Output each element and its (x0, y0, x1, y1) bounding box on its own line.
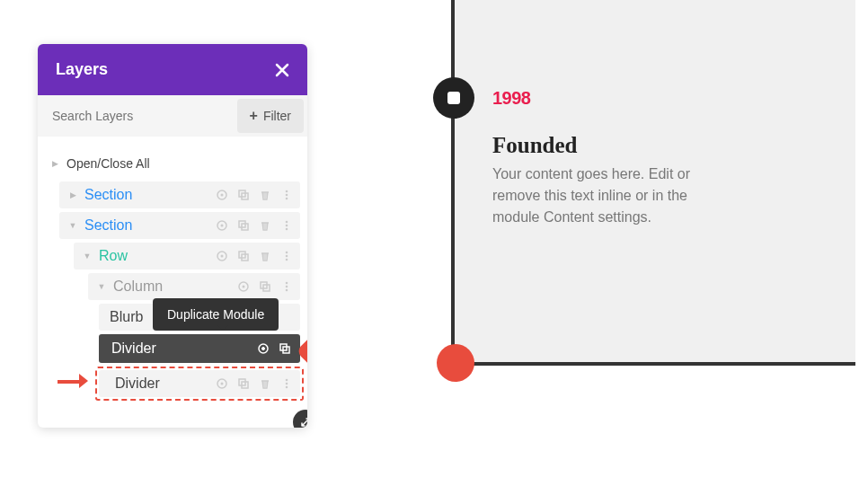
chevron-down-icon: ▼ (81, 252, 93, 261)
timeline-node-icon (433, 77, 474, 119)
svg-point-25 (286, 282, 288, 285)
trash-icon[interactable] (259, 250, 271, 262)
svg-point-13 (286, 228, 288, 231)
timeline-year: 1998 (492, 88, 531, 109)
svg-point-11 (286, 221, 288, 224)
chevron-down-icon: ▼ (66, 221, 79, 230)
layer-divider[interactable]: Divider (99, 370, 300, 397)
row-actions (216, 377, 293, 390)
gear-icon[interactable] (216, 219, 228, 232)
more-icon[interactable] (280, 219, 293, 232)
timeline-dot-icon (437, 344, 474, 382)
svg-point-4 (286, 190, 288, 193)
layer-column[interactable]: ▼ Column (88, 273, 300, 300)
svg-point-33 (221, 383, 224, 385)
row-actions (216, 219, 293, 232)
search-input[interactable] (38, 96, 234, 136)
row-actions (237, 280, 293, 293)
filter-button[interactable]: + Filter (237, 99, 304, 133)
svg-point-37 (286, 383, 288, 385)
arrow-icon (58, 374, 88, 388)
close-icon[interactable] (275, 63, 289, 77)
layers-panel: Layers + Filter ▶ Open/Close All ▶ Secti… (38, 44, 307, 428)
layer-divider-active[interactable]: Duplicate Module Divider 1 + (99, 334, 300, 363)
row-actions (257, 342, 291, 355)
svg-point-27 (286, 289, 288, 292)
chevron-right-icon: ▶ (66, 190, 79, 199)
trash-icon[interactable] (259, 219, 271, 232)
preview-area: 1998 Founded Your content goes here. Edi… (451, 0, 855, 366)
more-icon[interactable] (280, 280, 293, 293)
search-row: + Filter (38, 95, 307, 137)
filter-label: Filter (263, 109, 291, 123)
more-icon[interactable] (280, 377, 293, 390)
duplicate-icon[interactable] (259, 280, 271, 293)
svg-point-15 (221, 255, 224, 258)
highlighted-layer: Divider (95, 367, 304, 401)
duplicate-icon[interactable] (279, 342, 291, 355)
chevron-down-icon: ▼ (95, 282, 108, 291)
duplicate-icon[interactable] (237, 189, 250, 201)
chevron-right-icon: ▶ (49, 159, 61, 168)
svg-point-38 (286, 386, 288, 389)
layer-row[interactable]: ▼ Row (74, 243, 300, 270)
svg-point-29 (262, 348, 265, 350)
trash-icon[interactable] (259, 377, 271, 390)
svg-point-12 (286, 225, 288, 227)
svg-point-36 (286, 379, 288, 382)
gear-icon[interactable] (216, 250, 228, 262)
svg-point-18 (286, 252, 288, 254)
duplicate-icon[interactable] (237, 377, 250, 390)
duplicate-icon[interactable] (237, 219, 250, 232)
tooltip: Duplicate Module (153, 298, 279, 331)
trash-icon[interactable] (259, 189, 271, 201)
svg-point-26 (286, 286, 288, 288)
more-icon[interactable] (280, 189, 293, 201)
row-actions (216, 250, 293, 262)
layer-section[interactable]: ▶ Section (59, 181, 300, 208)
gear-icon[interactable] (216, 189, 228, 201)
svg-point-5 (286, 194, 288, 197)
layer-tree: ▶ Open/Close All ▶ Section ▼ Section (38, 137, 307, 428)
row-actions (216, 189, 293, 201)
svg-point-22 (243, 286, 245, 288)
svg-point-19 (286, 255, 288, 258)
open-close-all[interactable]: ▶ Open/Close All (45, 149, 300, 178)
panel-header: Layers (38, 44, 307, 95)
gear-icon[interactable] (216, 377, 228, 390)
plus-icon: + (250, 108, 258, 124)
timeline-body[interactable]: Your content goes here. Edit or remove t… (492, 164, 699, 228)
panel-title: Layers (56, 60, 108, 79)
more-icon[interactable] (280, 250, 293, 262)
duplicate-icon[interactable] (237, 250, 250, 262)
gear-icon[interactable] (237, 280, 250, 293)
svg-point-6 (286, 198, 288, 200)
svg-point-20 (286, 259, 288, 261)
svg-point-1 (221, 194, 224, 197)
layer-section[interactable]: ▼ Section (59, 212, 300, 239)
svg-point-8 (221, 225, 224, 227)
timeline-title[interactable]: Founded (492, 133, 577, 158)
gear-icon[interactable] (257, 342, 270, 355)
